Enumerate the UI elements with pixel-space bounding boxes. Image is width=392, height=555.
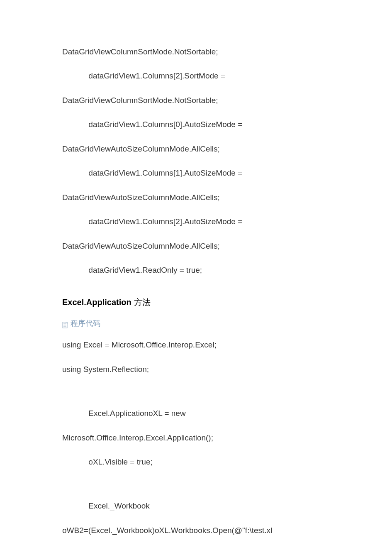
code-line: oWB2=(Excel._Workbook)oXL.Workbooks.Open… bbox=[62, 524, 330, 536]
code-line: DataGridViewAutoSizeColumnMode.AllCells; bbox=[62, 191, 330, 203]
code-line: dataGridView1.ReadOnly = true; bbox=[62, 264, 330, 276]
code-line: DataGridViewColumnSortMode.NotSortable; bbox=[62, 94, 330, 106]
code-line: Excel.ApplicationoXL = new bbox=[62, 407, 330, 419]
document-icon bbox=[62, 320, 68, 327]
code-block-2: using Excel = Microsoft.Office.Interop.E… bbox=[62, 339, 330, 536]
section-heading: Excel.Application方法 bbox=[62, 296, 330, 309]
code-line: dataGridView1.Columns[0].AutoSizeMode = bbox=[62, 118, 330, 130]
code-line: DataGridViewAutoSizeColumnMode.AllCells; bbox=[62, 240, 330, 252]
code-line: DataGridViewAutoSizeColumnMode.AllCells; bbox=[62, 143, 330, 155]
code-line: using Excel = Microsoft.Office.Interop.E… bbox=[62, 339, 330, 351]
code-caption: 程序代码 bbox=[62, 318, 330, 330]
code-line: using System.Reflection; bbox=[62, 363, 330, 375]
document-page: DataGridViewColumnSortMode.NotSortable; … bbox=[0, 0, 392, 555]
heading-bold: Excel.Application bbox=[62, 298, 131, 307]
code-block-1: DataGridViewColumnSortMode.NotSortable; … bbox=[62, 46, 330, 276]
heading-cn: 方法 bbox=[134, 298, 151, 307]
code-line: dataGridView1.Columns[2].SortMode = bbox=[62, 70, 330, 82]
code-line bbox=[62, 480, 330, 492]
code-caption-text: 程序代码 bbox=[71, 318, 100, 330]
code-line: DataGridViewColumnSortMode.NotSortable; bbox=[62, 46, 330, 58]
code-line: Excel._Workbook bbox=[62, 500, 330, 512]
code-line: oXL.Visible = true; bbox=[62, 456, 330, 468]
code-line bbox=[62, 387, 330, 399]
code-line: dataGridView1.Columns[2].AutoSizeMode = bbox=[62, 215, 330, 227]
code-line: dataGridView1.Columns[1].AutoSizeMode = bbox=[62, 167, 330, 179]
code-line: Microsoft.Office.Interop.Excel.Applicati… bbox=[62, 432, 330, 444]
